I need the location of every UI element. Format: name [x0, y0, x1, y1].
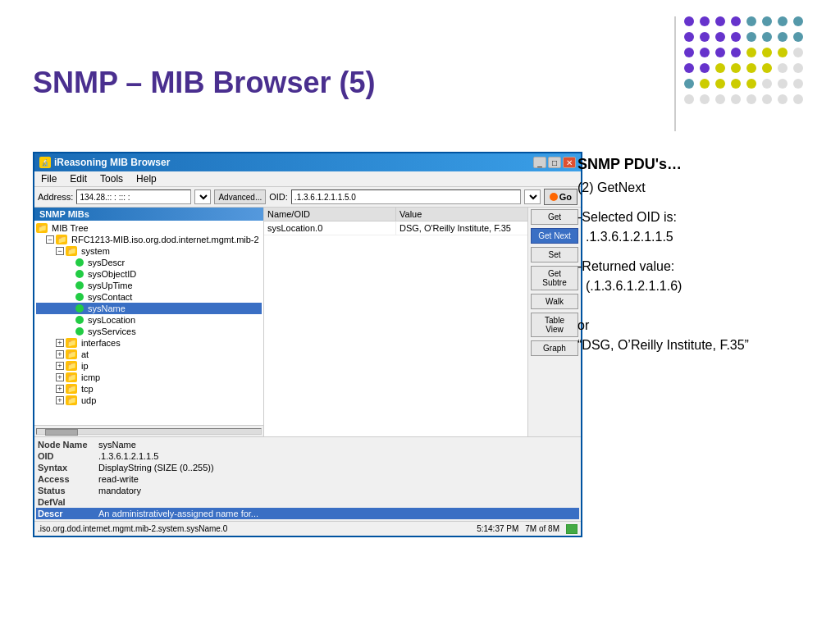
expand-icon[interactable]: +: [56, 385, 64, 393]
selected-oid-value: .1.3.6.1.2.1.1.5: [586, 227, 815, 247]
tree-item-label: udp: [81, 395, 96, 405]
tree-item[interactable]: +📁icmp: [36, 372, 262, 383]
status-icon[interactable]: [566, 524, 578, 534]
tree-item[interactable]: +📁tcp: [36, 383, 262, 395]
tree-view: 📁MIB Tree−📁RFC1213-MIB.iso.org.dod.inter…: [34, 221, 263, 425]
oid-input[interactable]: [291, 189, 521, 204]
close-button[interactable]: ✕: [563, 157, 576, 168]
tree-item[interactable]: sysUpTime: [36, 280, 262, 291]
dot-12: [746, 32, 756, 42]
action-btn-table-view[interactable]: Table View: [531, 313, 578, 337]
tree-item[interactable]: sysObjectID: [36, 268, 262, 280]
dot-40: [684, 94, 694, 104]
dot-42: [715, 94, 725, 104]
tree-item[interactable]: +📁ip: [36, 360, 262, 372]
folder-icon: 📁: [66, 361, 77, 371]
tree-item-label: interfaces: [81, 338, 121, 348]
expand-icon[interactable]: −: [46, 235, 54, 244]
folder-icon: 📁: [56, 235, 67, 244]
dot-24: [684, 63, 694, 73]
maximize-button[interactable]: □: [548, 157, 561, 168]
expand-icon[interactable]: +: [56, 373, 64, 381]
dot-4: [746, 16, 756, 26]
dot-35: [731, 79, 741, 89]
tree-item[interactable]: +📁interfaces: [36, 337, 262, 349]
menu-file[interactable]: File: [39, 173, 58, 185]
tree-item[interactable]: −📁system: [36, 245, 262, 257]
go-button[interactable]: Go: [544, 189, 578, 205]
action-btn-walk[interactable]: Walk: [531, 294, 578, 309]
prop-label: Access: [38, 474, 95, 484]
prop-value: .1.3.6.1.2.1.1.5: [98, 451, 578, 461]
properties-panel: Node NamesysNameOID.1.3.6.1.2.1.1.5Synta…: [34, 436, 581, 521]
tree-item[interactable]: +📁at: [36, 349, 262, 360]
mib-browser-window: 🔬 iReasoning MIB Browser _ □ ✕ File Edit…: [33, 152, 582, 537]
dot-37: [762, 79, 772, 89]
dot-26: [715, 63, 725, 73]
scroll-thumb: [45, 429, 78, 436]
tree-item[interactable]: 📁MIB Tree: [36, 222, 262, 234]
minimize-button[interactable]: _: [533, 157, 546, 168]
address-input[interactable]: [76, 189, 191, 204]
prop-label: Node Name: [38, 440, 95, 450]
action-btn-get-subtre[interactable]: Get Subtre: [531, 266, 578, 290]
main-content: SNMP MIBs 📁MIB Tree−📁RFC1213-MIB.iso.org…: [34, 208, 581, 436]
prop-label: Status: [38, 486, 95, 495]
expand-icon[interactable]: +: [56, 350, 64, 358]
dot-17: [700, 48, 710, 57]
go-label: Go: [559, 192, 572, 202]
address-dropdown[interactable]: ▼: [194, 189, 211, 204]
tree-item-label: tcp: [81, 384, 94, 394]
tree-item[interactable]: sysName: [36, 303, 262, 314]
tree-item[interactable]: sysContact: [36, 291, 262, 303]
prop-row: DefVal: [36, 496, 579, 508]
action-btn-set[interactable]: Set: [531, 247, 578, 262]
expand-icon[interactable]: +: [56, 396, 64, 404]
tree-item-label: sysServices: [88, 326, 136, 336]
folder-icon: 📁: [66, 384, 77, 394]
action-btn-get-next[interactable]: Get Next: [531, 228, 578, 244]
tree-item-label: sysDescr: [88, 258, 125, 267]
tree-item-label: MIB Tree: [52, 223, 89, 233]
title-bar-text: iReasoning MIB Browser: [54, 157, 170, 168]
leaf-dot: [75, 270, 84, 278]
menu-help[interactable]: Help: [135, 173, 158, 185]
go-icon: [550, 193, 558, 201]
expand-icon[interactable]: +: [56, 362, 64, 370]
address-label: Address:: [38, 192, 73, 202]
dot-21: [762, 48, 772, 57]
tree-item[interactable]: sysServices: [36, 326, 262, 337]
tree-item[interactable]: −📁RFC1213-MIB.iso.org.dod.internet.mgmt.…: [36, 234, 262, 245]
tree-item-label: sysContact: [88, 292, 132, 302]
oid-dropdown[interactable]: ▼: [524, 189, 541, 204]
advanced-button[interactable]: Advanced...: [214, 189, 266, 204]
tree-item[interactable]: sysLocation: [36, 314, 262, 326]
tree-item[interactable]: sysDescr: [36, 257, 262, 268]
dot-11: [731, 32, 741, 42]
dot-16: [684, 48, 694, 57]
tree-item[interactable]: +📁udp: [36, 395, 262, 406]
leaf-dot: [75, 316, 84, 324]
dot-30: [778, 63, 788, 73]
prop-value: sysName: [98, 440, 578, 450]
right-side-panel: SNMP PDU's… (2) GetNext -Selected OID is…: [578, 156, 815, 355]
returned-value-quote: “DSG, O’Reilly Institute, F.35”: [578, 338, 749, 352]
dot-28: [746, 63, 756, 73]
col-name-header: Name/OID: [264, 208, 396, 221]
prop-label: Descr: [38, 509, 95, 518]
leaf-dot: [75, 293, 84, 301]
action-btn-get[interactable]: Get: [531, 209, 578, 225]
action-btn-graph[interactable]: Graph: [531, 340, 578, 356]
prop-label: DefVal: [38, 497, 95, 507]
prop-value: read-write: [98, 474, 578, 484]
expand-icon[interactable]: −: [56, 247, 64, 255]
oid-label: OID:: [269, 192, 288, 202]
horizontal-scrollbar[interactable]: [34, 425, 263, 436]
decorative-dots: [684, 16, 815, 115]
prop-value: DisplayString (SIZE (0..255)): [98, 463, 578, 472]
dot-29: [762, 63, 772, 73]
expand-icon[interactable]: +: [56, 339, 64, 347]
menu-edit[interactable]: Edit: [68, 173, 89, 185]
menu-tools[interactable]: Tools: [98, 173, 125, 185]
dot-41: [700, 94, 710, 104]
